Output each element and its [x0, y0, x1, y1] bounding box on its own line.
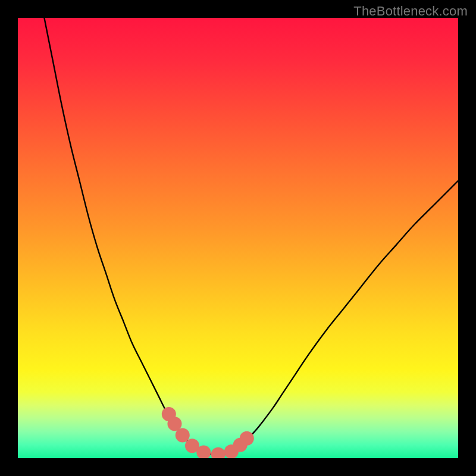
marker-point [240, 431, 254, 446]
chart-background [18, 18, 458, 458]
chart-frame: TheBottleneck.com [0, 0, 476, 476]
marker-point [176, 428, 190, 443]
watermark-label: TheBottleneck.com [353, 4, 468, 19]
chart-svg [18, 18, 458, 458]
chart-plot-area [18, 18, 458, 458]
